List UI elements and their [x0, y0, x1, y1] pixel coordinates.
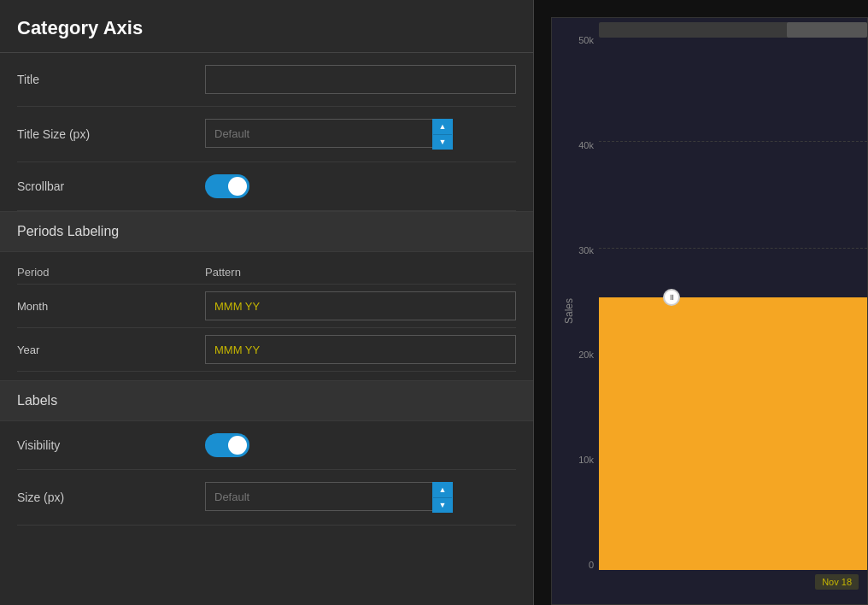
title-size-control: ▲ ▼ — [205, 119, 516, 150]
y-label-0: 0 — [589, 560, 594, 570]
title-control — [205, 65, 516, 94]
visibility-toggle-thumb — [228, 436, 247, 455]
title-row: Title — [17, 53, 516, 107]
period-table: Period Pattern Month Year — [0, 252, 533, 380]
x-label-badge: Nov 18 — [815, 574, 859, 590]
visibility-label: Visibility — [17, 438, 205, 452]
bar-handle[interactable]: ⏸ — [663, 289, 680, 306]
labels-section-title: Labels — [17, 393, 516, 408]
periods-labeling-section: Periods Labeling — [0, 211, 533, 252]
visibility-row: Visibility — [17, 421, 516, 470]
form-section-main: Title Title Size (px) ▲ ▼ Scrollbar — [0, 53, 533, 211]
scrollbar-toggle[interactable] — [205, 174, 249, 198]
size-input[interactable] — [205, 482, 432, 511]
size-spinner-down-button[interactable]: ▼ — [433, 497, 452, 512]
settings-panel: Category Axis Title Title Size (px) ▲ ▼ — [0, 0, 534, 605]
pattern-col-header: Pattern — [205, 266, 516, 279]
labels-form-section: Visibility Size (px) ▲ ▼ — [0, 421, 533, 526]
chart-panel: Sales 0 10k 20k 30k 40k 50k ⏸ — [534, 0, 868, 605]
title-input[interactable] — [205, 65, 516, 94]
visibility-toggle-track[interactable] — [205, 433, 249, 457]
period-month-row: Month — [17, 285, 516, 328]
spinner-buttons: ▲ ▼ — [432, 119, 453, 150]
scrollbar-row: Scrollbar — [17, 162, 516, 211]
spinner-up-button[interactable]: ▲ — [433, 120, 452, 134]
y-axis: 0 10k 20k 30k 40k 50k — [552, 35, 599, 570]
scrollbar-control — [205, 174, 516, 198]
y-label-40k: 40k — [578, 140, 594, 150]
y-label-10k: 10k — [578, 455, 594, 465]
period-year-input[interactable] — [205, 335, 516, 364]
period-year-row: Year — [17, 328, 516, 372]
spinner-down-button[interactable]: ▼ — [433, 134, 452, 149]
size-label: Size (px) — [17, 490, 205, 504]
panel-header: Category Axis — [0, 0, 533, 53]
size-row: Size (px) ▲ ▼ — [17, 470, 516, 526]
title-size-label: Title Size (px) — [17, 127, 205, 141]
size-spinner-buttons: ▲ ▼ — [432, 482, 453, 513]
period-month-label: Month — [17, 300, 205, 313]
x-label-container: Nov 18 — [599, 570, 867, 604]
grid-line-60 — [599, 248, 867, 249]
title-size-input[interactable] — [205, 119, 432, 148]
chart-bar: ⏸ — [599, 297, 867, 570]
size-spinner: ▲ ▼ — [205, 482, 453, 513]
scrollbar-label: Scrollbar — [17, 179, 205, 193]
title-size-spinner: ▲ ▼ — [205, 119, 453, 150]
period-col-header: Period — [17, 266, 205, 279]
period-month-input[interactable] — [205, 291, 516, 320]
y-label-30k: 30k — [578, 245, 594, 256]
title-label: Title — [17, 73, 205, 86]
labels-section-header: Labels — [0, 380, 533, 421]
chart-area: ⏸ — [599, 35, 867, 570]
size-control: ▲ ▼ — [205, 482, 516, 513]
pause-icon: ⏸ — [668, 293, 676, 302]
period-year-label: Year — [17, 344, 205, 356]
size-spinner-up-button[interactable]: ▲ — [433, 483, 452, 497]
period-header-row: Period Pattern — [17, 261, 516, 285]
chart-container: Sales 0 10k 20k 30k 40k 50k ⏸ — [551, 17, 868, 605]
y-label-50k: 50k — [578, 35, 594, 45]
title-size-row: Title Size (px) ▲ ▼ — [17, 107, 516, 162]
scrollbar-toggle-track[interactable] — [205, 174, 249, 198]
visibility-toggle[interactable] — [205, 433, 249, 457]
y-label-20k: 20k — [578, 349, 594, 360]
scrollbar-toggle-thumb — [228, 177, 247, 196]
periods-labeling-title: Periods Labeling — [17, 224, 516, 239]
visibility-control — [205, 433, 516, 457]
panel-title: Category Axis — [17, 17, 516, 39]
grid-line-80 — [599, 141, 867, 142]
